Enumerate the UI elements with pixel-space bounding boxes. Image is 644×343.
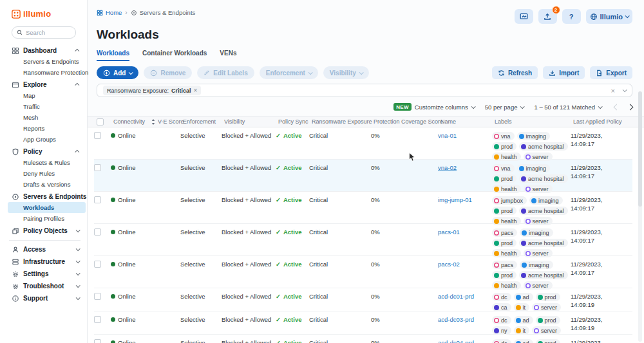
workload-name-link[interactable]: acd-dc01-prd <box>438 293 474 300</box>
label-pill-ad[interactable]: ad <box>514 339 533 343</box>
label-pill-acme-hospital[interactable]: acme hospital <box>519 271 568 279</box>
label-pill-jumpbox[interactable]: jumpbox <box>492 196 527 205</box>
column-header-policy-sync[interactable]: Policy Sync <box>278 118 312 125</box>
table-row[interactable]: Online Selective Blocked + Allowed ✓Acti… <box>94 192 632 224</box>
column-header-name[interactable]: Name <box>440 118 495 125</box>
filter-chip[interactable]: Ransomware Exposure: Critical × <box>103 86 201 95</box>
clear-filters-icon[interactable]: × <box>611 87 615 95</box>
label-pill-health[interactable]: health <box>492 185 521 193</box>
column-header-enforcement[interactable]: Enforcement <box>183 118 224 125</box>
column-header-connectivity[interactable]: Connectivity <box>113 118 151 125</box>
workload-name-link[interactable]: vna-01 <box>438 132 457 139</box>
label-pill-server[interactable]: server <box>524 153 553 161</box>
customize-columns-dropdown[interactable]: NEW Customize columns <box>393 103 474 111</box>
table-row[interactable]: Online Selective Blocked + Allowed ✓Acti… <box>94 160 632 192</box>
sidebar-item-infrastructure[interactable]: Infrastructure <box>12 256 84 267</box>
label-pill-health[interactable]: health <box>492 153 521 161</box>
column-header-v-e-score[interactable]: V-E Score <box>151 118 183 125</box>
label-pill-imaging[interactable]: imaging <box>520 261 553 269</box>
label-pill-it[interactable]: it <box>514 303 530 311</box>
sidebar-item-ransomware-protection[interactable]: Ransomware Protection <box>12 67 84 78</box>
visibility-dropdown[interactable]: Visibility <box>323 66 369 79</box>
sidebar-item-troubleshoot[interactable]: Troubleshoot <box>12 281 84 292</box>
filter-bar[interactable]: Ransomware Exposure: Critical × × <box>97 84 632 97</box>
label-pill-server[interactable]: server <box>524 185 553 193</box>
row-checkbox[interactable] <box>94 164 101 171</box>
label-pill-health[interactable]: health <box>492 249 521 257</box>
label-pill-prod[interactable]: prod <box>536 316 560 324</box>
label-pill-ny[interactable]: ny <box>492 326 511 335</box>
row-checkbox[interactable] <box>94 339 101 343</box>
search-input[interactable]: Search <box>12 26 76 39</box>
label-pill-it[interactable]: it <box>514 326 530 335</box>
tab-workloads[interactable]: Workloads <box>97 50 129 61</box>
workload-name-link[interactable]: pacs-02 <box>438 261 460 268</box>
tab-container-workloads[interactable]: Container Workloads <box>142 50 207 61</box>
label-pill-vna[interactable]: vna <box>492 164 515 172</box>
sidebar-item-access[interactable]: Access <box>12 244 84 255</box>
row-checkbox[interactable] <box>94 132 101 139</box>
table-row[interactable]: Online Selective Blocked + Allowed ✓Acti… <box>94 288 632 311</box>
sidebar-item-traffic[interactable]: Traffic <box>12 101 84 112</box>
export-button[interactable]: Export <box>590 66 632 79</box>
account-menu-button[interactable]: Illumio <box>586 9 632 24</box>
remove-filter-icon[interactable]: × <box>194 88 198 94</box>
label-pill-health[interactable]: health <box>492 217 521 225</box>
table-row[interactable]: Online Selective Blocked + Allowed ✓Acti… <box>94 127 632 160</box>
label-pill-imaging[interactable]: imaging <box>517 132 551 140</box>
label-pill-acme-hospital[interactable]: acme hospital <box>519 142 568 151</box>
label-pill-prod[interactable]: prod <box>492 142 516 151</box>
sidebar-item-policy-objects[interactable]: Policy Objects <box>12 225 84 236</box>
vertical-scrollbar[interactable] <box>638 91 642 342</box>
workload-name-link[interactable]: acd-dc04-prd <box>438 339 474 343</box>
label-pill-pacs[interactable]: pacs <box>492 261 517 269</box>
label-pill-acme-hospital[interactable]: acme hospital <box>519 207 568 215</box>
sidebar-item-settings[interactable]: Settings <box>12 268 84 279</box>
column-header-protection-coverage-score[interactable]: Protection Coverage Score <box>374 118 440 125</box>
sidebar-item-reports[interactable]: Reports <box>12 123 84 134</box>
sidebar-item-map[interactable]: Map <box>12 90 84 101</box>
label-pill-server[interactable]: server <box>524 281 553 290</box>
column-header-labels[interactable]: Labels <box>495 118 573 125</box>
table-row[interactable]: Online Selective Blocked + Allowed ✓Acti… <box>94 224 632 256</box>
label-pill-dc[interactable]: dc <box>492 293 511 301</box>
row-checkbox[interactable] <box>94 196 101 203</box>
row-checkbox[interactable] <box>94 316 101 323</box>
label-pill-health[interactable]: health <box>492 281 521 290</box>
help-button[interactable]: ? <box>562 9 581 24</box>
sidebar-item-deny-rules[interactable]: Deny Rules <box>12 168 84 179</box>
label-pill-ca[interactable]: ca <box>492 303 511 311</box>
breadcrumb-home-link[interactable]: Home <box>97 9 122 16</box>
previous-page-button[interactable] <box>614 104 620 110</box>
column-header-visibility[interactable]: Visibility <box>224 118 278 125</box>
label-pill-prod[interactable]: prod <box>492 239 516 247</box>
per-page-dropdown[interactable]: 50 per page <box>485 104 524 111</box>
workload-name-link[interactable]: acd-dc03-prd <box>438 316 474 323</box>
row-checkbox[interactable] <box>94 261 101 268</box>
scrollbar-thumb[interactable] <box>638 91 642 207</box>
matched-count-dropdown[interactable]: 1 – 50 of 121 Matched <box>534 104 601 111</box>
select-all-checkbox[interactable] <box>97 118 104 125</box>
label-pill-acme-hospital[interactable]: acme hospital <box>519 239 568 247</box>
row-checkbox[interactable] <box>94 228 101 236</box>
label-pill-server[interactable]: server <box>532 326 561 335</box>
workload-name-link[interactable]: vna-02 <box>438 164 457 171</box>
sidebar-item-pairing-profiles[interactable]: Pairing Profiles <box>12 213 84 224</box>
label-pill-ad[interactable]: ad <box>514 293 533 301</box>
label-pill-server[interactable]: server <box>524 249 553 257</box>
sidebar-item-support[interactable]: Support <box>12 293 84 304</box>
label-pill-prod[interactable]: prod <box>492 174 516 183</box>
column-header-last-applied-policy[interactable]: Last Applied Policy <box>573 118 626 125</box>
workload-name-link[interactable]: pacs-01 <box>438 228 460 236</box>
label-pill-pacs[interactable]: pacs <box>492 228 517 237</box>
column-header-ransomware-exposure[interactable]: Ransomware Exposure <box>312 118 374 125</box>
table-row[interactable]: Online Selective Blocked + Allowed ✓Acti… <box>94 256 632 288</box>
next-page-button[interactable] <box>627 104 634 110</box>
label-pill-imaging[interactable]: imaging <box>529 196 563 205</box>
label-pill-prod[interactable]: prod <box>492 271 516 279</box>
label-pill-imaging[interactable]: imaging <box>517 164 551 172</box>
refresh-button[interactable]: Refresh <box>492 66 538 79</box>
row-checkbox[interactable] <box>94 293 101 300</box>
enforcement-dropdown[interactable]: Enforcement <box>260 66 318 79</box>
label-pill-prod[interactable]: prod <box>492 207 516 215</box>
